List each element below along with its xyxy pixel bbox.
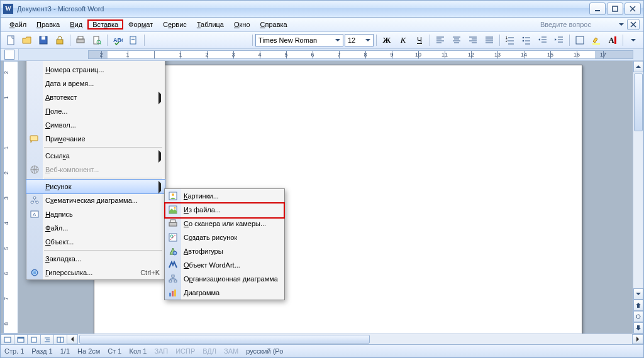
align-left-button[interactable] <box>433 33 448 48</box>
svg-text:A: A <box>33 212 36 217</box>
status-col: Кол 1 <box>129 347 147 355</box>
permissions-button[interactable] <box>52 33 67 48</box>
insert-item-7[interactable]: Ссылка <box>26 149 165 163</box>
menu-insert[interactable]: Вставка <box>87 19 123 30</box>
menu-table[interactable]: Таблица <box>192 19 229 30</box>
save-button[interactable] <box>36 33 51 48</box>
insert-dropdown: Разрыв...Номера страниц...Дата и время..… <box>26 61 165 280</box>
spellcheck-button[interactable]: ABC <box>110 33 125 48</box>
font-size-dropdown-icon[interactable] <box>364 39 372 41</box>
menu-window[interactable]: Окно <box>229 19 255 30</box>
status-ovr: ЗАМ <box>224 347 238 355</box>
font-name-combo[interactable]: Times New Roman <box>255 34 343 46</box>
insert-item-6[interactable]: Примечание <box>26 132 165 146</box>
svg-rect-12 <box>131 39 135 40</box>
new-doc-button[interactable] <box>3 33 18 48</box>
insert-item-9[interactable]: Рисунок <box>26 179 165 194</box>
numbered-list-button[interactable]: 12 <box>502 33 518 48</box>
menu-view[interactable]: Вид <box>65 19 87 30</box>
highlight-button[interactable] <box>589 33 604 48</box>
insert-item-11[interactable]: AНадпись <box>26 207 165 221</box>
font-color-button[interactable]: A <box>605 33 620 48</box>
picture-item-7[interactable]: Диаграмма <box>165 286 284 300</box>
svg-point-28 <box>172 193 174 196</box>
scroll-down-button[interactable] <box>633 288 643 300</box>
document-workspace: 211234567891011 Разрыв...Номера страниц.… <box>1 61 643 334</box>
next-page-button[interactable] <box>633 322 643 334</box>
svg-rect-38 <box>174 280 177 282</box>
print-button[interactable] <box>73 33 88 48</box>
newdrawing-icon <box>167 232 179 243</box>
fromfile-icon <box>167 204 179 215</box>
question-dropdown-icon[interactable] <box>617 20 626 29</box>
ask-question-box[interactable]: Введите вопрос <box>536 19 614 30</box>
insert-item-10[interactable]: Схематическая диаграмма... <box>26 193 165 207</box>
insert-item-3[interactable]: Автотекст <box>26 90 165 104</box>
font-name-dropdown-icon[interactable] <box>334 39 341 41</box>
svg-rect-18 <box>592 43 600 45</box>
bulleted-list-button[interactable] <box>519 33 534 48</box>
hscroll-track[interactable] <box>78 334 632 344</box>
maximize-button[interactable] <box>607 3 623 15</box>
scroll-left-button[interactable] <box>67 334 78 344</box>
align-center-button[interactable] <box>449 33 464 48</box>
picture-item-5[interactable]: Объект WordArt... <box>165 258 284 272</box>
svg-rect-0 <box>613 6 618 11</box>
insert-item-2[interactable]: Дата и время... <box>26 77 165 90</box>
align-right-button[interactable] <box>465 33 480 48</box>
browse-object-button[interactable] <box>633 311 643 322</box>
decrease-indent-button[interactable] <box>535 33 550 48</box>
svg-rect-48 <box>60 337 64 342</box>
svg-rect-3 <box>42 36 45 40</box>
picture-item-2[interactable]: Со сканера или камеры... <box>165 217 284 231</box>
scroll-right-button[interactable] <box>632 334 643 344</box>
menu-help[interactable]: Справка <box>255 19 292 30</box>
web-icon <box>29 164 40 175</box>
italic-button[interactable]: К <box>396 33 411 48</box>
insert-item-1[interactable]: Номера страниц... <box>26 63 165 77</box>
picture-item-4[interactable]: Автофигуры <box>165 244 284 258</box>
menu-format[interactable]: Формат <box>123 19 158 30</box>
scroll-up-button[interactable] <box>633 61 643 72</box>
picture-item-0[interactable]: Картинки... <box>165 189 284 203</box>
picture-item-1[interactable]: Из файла... <box>165 203 284 217</box>
horizontal-ruler[interactable]: 211234567891011121314151617 <box>88 50 633 59</box>
close-button[interactable] <box>625 3 641 15</box>
document-area[interactable]: Разрыв...Номера страниц...Дата и время..… <box>18 61 633 334</box>
open-button[interactable] <box>19 33 35 48</box>
picture-item-3[interactable]: Создать рисунок <box>165 231 284 244</box>
vertical-ruler[interactable]: 211234567891011 <box>3 61 18 334</box>
font-size-combo[interactable]: 12 <box>345 34 374 46</box>
outside-border-button[interactable] <box>572 33 587 48</box>
svg-rect-39 <box>169 293 171 296</box>
align-justify-button[interactable] <box>482 33 497 48</box>
underline-button[interactable]: Ч <box>412 33 427 48</box>
insert-item-14[interactable]: Закладка... <box>26 252 165 266</box>
insert-item-12[interactable]: Файл... <box>26 221 165 235</box>
vertical-scrollbar[interactable] <box>633 61 643 334</box>
picture-item-6[interactable]: Организационная диаграмма <box>165 272 284 286</box>
research-button[interactable] <box>126 33 142 48</box>
toolbar-options-button[interactable] <box>626 33 641 48</box>
increase-indent-button[interactable] <box>552 33 567 48</box>
insert-item-15[interactable]: Гиперссылка...Ctrl+K <box>26 266 165 279</box>
minimize-button[interactable] <box>589 3 606 15</box>
insert-item-4[interactable]: Поле... <box>26 104 165 118</box>
prev-page-button[interactable] <box>633 300 643 311</box>
titlebar: Документ3 - Microsoft Word <box>1 1 643 18</box>
vscroll-track[interactable] <box>633 72 643 288</box>
menu-file[interactable]: Файл <box>4 19 31 30</box>
svg-rect-17 <box>576 36 584 44</box>
tab-selector[interactable] <box>1 49 19 60</box>
menu-edit[interactable]: Правка <box>31 19 65 30</box>
status-section: Разд 1 <box>31 347 52 355</box>
print-preview-button[interactable] <box>89 33 104 48</box>
bold-button[interactable]: Ж <box>379 33 394 48</box>
insert-item-5[interactable]: Символ... <box>26 118 165 132</box>
menu-tools[interactable]: Сервис <box>158 19 192 30</box>
mdi-close-button[interactable] <box>627 19 640 30</box>
insert-item-13[interactable]: Объект... <box>26 235 165 249</box>
vscroll-thumb[interactable] <box>634 73 643 131</box>
diagram-icon <box>29 195 40 206</box>
hscroll-thumb[interactable] <box>79 335 370 344</box>
